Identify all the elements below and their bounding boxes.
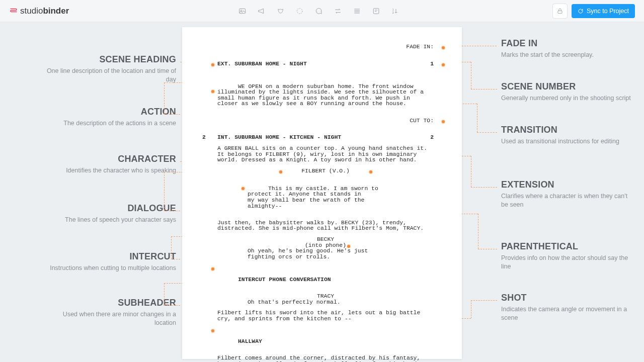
brand-name-2: binder <box>43 6 69 16</box>
svg-rect-6 <box>558 11 562 13</box>
mask-icon[interactable] <box>277 7 285 15</box>
connector <box>471 156 471 187</box>
action-block: A GREEN BALL sits on a counter top. A yo… <box>217 146 434 163</box>
character-name: FILBERT (V.O.) <box>301 168 350 174</box>
svg-text:2: 2 <box>392 11 394 14</box>
ann-title: SCENE HEADING <box>45 54 176 65</box>
ann-desc: Used when there are minor changes in a l… <box>45 310 176 327</box>
connector <box>471 300 471 318</box>
toolbar-icon-group: 12 <box>238 7 399 15</box>
sync-button[interactable]: Sync to Project <box>572 4 635 18</box>
parenthetical: (into phone) <box>217 243 434 249</box>
ann-title: ACTION <box>45 107 176 117</box>
marker-dot <box>369 170 372 173</box>
ann-shot: SHOT Indicates the camera angle or movem… <box>501 293 632 322</box>
marker-dot <box>211 63 214 66</box>
ann-title: EXTENSION <box>501 179 632 190</box>
connector <box>478 249 497 249</box>
dialogue-text: This is my castle. I am sworn to protect… <box>248 186 378 209</box>
ann-dialogue: DIALOGUE The lines of speech your charac… <box>45 203 176 224</box>
connector <box>164 305 180 306</box>
ann-fadein: FADE IN Marks the start of the screenpla… <box>501 38 632 59</box>
chat-icon[interactable] <box>315 7 323 15</box>
lines-icon[interactable] <box>353 7 361 15</box>
scene-number-left: 2 <box>202 135 206 141</box>
action-block: WE OPEN on a modern suburban home. The f… <box>217 72 434 113</box>
brand-name-1: studio <box>20 6 43 16</box>
marker-dot <box>442 63 445 66</box>
ann-subheader: SUBHEADER Used when there are minor chan… <box>45 298 176 327</box>
connector <box>164 283 165 305</box>
connector <box>471 300 497 301</box>
marker-dot <box>442 46 445 49</box>
scene-heading: INT. SUBURBAN HOME - KITCHEN - NIGHT <box>217 135 430 141</box>
ann-desc: The lines of speech your character says <box>45 216 176 224</box>
app-toolbar: studiobinder 12 Sync to Project <box>0 0 644 22</box>
sync-button-label: Sync to Project <box>587 8 629 15</box>
ann-scenenum: SCENE NUMBER Generally numbered only in … <box>501 81 632 103</box>
ann-desc: Instructions when cutting to multiple lo… <box>45 264 176 273</box>
ann-desc: Used as transitional instructions for ed… <box>501 137 632 146</box>
connector <box>171 236 172 259</box>
svg-point-2 <box>297 8 302 14</box>
character-cue: FILBERT (V.O.) <box>217 168 434 174</box>
marker-dot <box>279 170 282 173</box>
fade-in: FADE IN: <box>217 44 434 50</box>
connector <box>471 89 497 89</box>
action-block: Filbert comes around the corner, distrac… <box>217 355 434 362</box>
connector <box>164 82 165 114</box>
ann-desc: Provides info on how the actor should sa… <box>501 254 632 271</box>
ann-intercut: INTERCUT Instructions when cutting to mu… <box>45 251 176 273</box>
circle-dashed-icon[interactable] <box>296 7 304 15</box>
ann-desc: Clarifies where a character is when they… <box>501 192 632 209</box>
ann-desc: One line description of the location and… <box>45 67 176 84</box>
scene-number: 1 <box>430 61 434 67</box>
connector <box>171 259 180 259</box>
marker-dot <box>211 329 214 332</box>
scene-heading-row: EXT. SUBURBAN HOME - NIGHT 1 <box>217 61 434 67</box>
stage: SCENE HEADING One line description of th… <box>0 22 644 362</box>
lock-button[interactable] <box>552 4 568 19</box>
svg-text:1: 1 <box>392 8 394 11</box>
dialogue-block: This is my castle. I am sworn to protect… <box>248 174 404 215</box>
ann-character: CHARACTER Identifies the character who i… <box>45 154 176 175</box>
ann-desc: Indicates the camera angle or movement i… <box>501 305 632 322</box>
brand-logo: studiobinder <box>9 6 69 16</box>
megaphone-icon[interactable] <box>258 7 266 15</box>
connector <box>477 104 477 132</box>
transition: CUT TO: <box>217 118 434 124</box>
ann-action: ACTION The description of the actions in… <box>45 107 176 128</box>
dialogue-block: Oh that's perfectly normal. <box>248 300 404 306</box>
transition-text: CUT TO: <box>410 118 434 124</box>
ann-desc: The description of the actions in a scen… <box>45 119 176 128</box>
ann-transition: TRANSITION Used as transitional instruct… <box>501 125 632 146</box>
sync-icon <box>578 8 584 14</box>
scene-heading-row: 2 INT. SUBURBAN HOME - KITCHEN - NIGHT 2 <box>217 135 434 141</box>
marker-dot <box>211 90 214 93</box>
marker-dot <box>242 187 245 190</box>
ann-scene-heading: SCENE HEADING One line description of th… <box>45 54 176 84</box>
sort-icon[interactable]: 12 <box>391 7 399 15</box>
ann-title: PARENTHETICAL <box>501 241 632 252</box>
ann-title: SHOT <box>501 293 632 303</box>
marker-dot <box>442 120 445 123</box>
ann-title: SCENE NUMBER <box>501 81 632 92</box>
intercut-text: INTERCUT PHONE CONVERSATION <box>238 277 331 283</box>
ann-desc: Generally numbered only in the shooting … <box>501 94 632 103</box>
ann-title: FADE IN <box>501 38 632 49</box>
parenthetical-text: (into phone) <box>305 242 346 248</box>
swap-icon[interactable] <box>334 7 342 15</box>
ann-desc: Identifies the character who is speaking <box>45 166 176 175</box>
scene-number: 2 <box>430 135 434 141</box>
dialogue-block: Oh yeah, he's being good. He's just figh… <box>248 248 404 260</box>
subheader-line: HALLWAY <box>217 327 434 351</box>
subheader-text: HALLWAY <box>238 338 262 344</box>
marker-dot <box>211 267 214 270</box>
svg-rect-3 <box>373 8 379 14</box>
image-icon[interactable] <box>238 7 247 15</box>
connector <box>164 172 165 211</box>
connector <box>471 62 471 89</box>
action-text: WE OPEN on a modern suburban home. The f… <box>217 83 427 107</box>
note-icon[interactable] <box>372 7 380 15</box>
character-cue: TRACY <box>217 294 434 300</box>
